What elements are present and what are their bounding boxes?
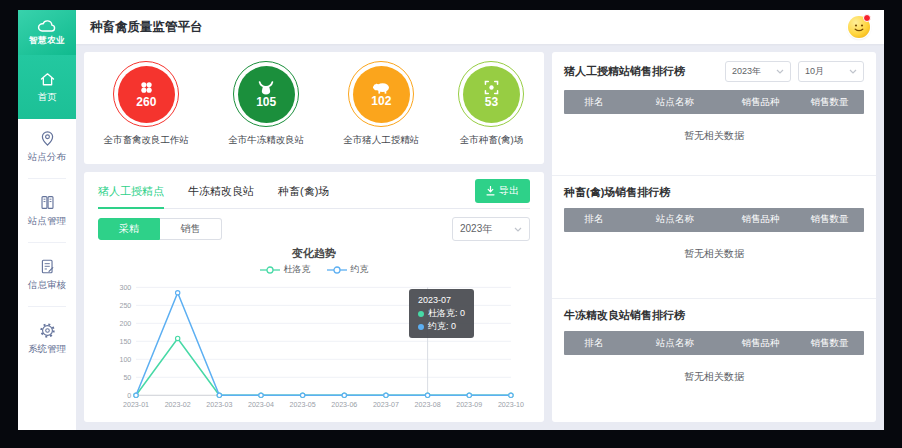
svg-text:2023-03: 2023-03 (206, 401, 232, 409)
svg-text:100: 100 (119, 356, 131, 364)
sidebar-item-home[interactable]: 首页 (18, 55, 76, 119)
table-header: 排名 站点名称 销售品种 销售数量 (564, 331, 864, 355)
svg-text:0: 0 (127, 392, 131, 400)
legend-item[interactable]: 杜洛克 (260, 263, 311, 276)
col-rank: 排名 (564, 96, 624, 109)
panel-breeding-farm-ranking: 种畜(禽)场销售排行榜 排名 站点名称 销售品种 销售数量 暂无相关数据 (552, 175, 876, 299)
export-button[interactable]: 导出 (475, 179, 530, 203)
sidebar-item-site-management[interactable]: 站点管理 (18, 183, 76, 238)
svg-text:50: 50 (123, 374, 131, 382)
app-window: 智慧农业 首页 站点分布 站点管理 (18, 10, 884, 430)
empty-state: 暂无相关数据 (564, 370, 864, 384)
focus-icon (483, 79, 500, 96)
col-site-name: 站点名称 (624, 96, 726, 109)
col-site-name: 站点名称 (624, 213, 726, 226)
document-review-icon (39, 258, 56, 275)
cattle-icon (257, 80, 275, 96)
svg-text:2023-02: 2023-02 (165, 401, 191, 409)
col-quantity: 销售数量 (795, 96, 864, 109)
panel-filters: 2023年 10月 (725, 61, 864, 82)
gear-icon (39, 322, 56, 339)
panel-title: 猪人工授精站销售排行榜 (564, 64, 685, 79)
clover-icon (138, 79, 155, 96)
col-variety: 销售品种 (726, 96, 795, 109)
svg-text:300: 300 (119, 284, 131, 292)
svg-text:150: 150 (119, 338, 131, 346)
home-icon (39, 71, 56, 87)
panel-pig-ai-ranking: 猪人工授精站销售排行榜 2023年 10月 (552, 52, 876, 175)
col-quantity: 销售数量 (795, 213, 864, 226)
col-variety: 销售品种 (726, 337, 795, 350)
trend-line-chart: 0501001502002503002023-012023-022023-032… (98, 276, 530, 418)
col-rank: 排名 (564, 337, 624, 350)
svg-text:2023-08: 2023-08 (415, 401, 441, 409)
chevron-down-icon (776, 69, 784, 74)
panel-title: 种畜(禽)场销售排行榜 (564, 185, 670, 200)
svg-text:200: 200 (119, 320, 131, 328)
stat-label: 全市畜禽改良工作站 (104, 134, 190, 147)
chart-area: 变化趋势 杜洛克约克 0501001502002503002023-012023… (98, 243, 530, 418)
export-label: 导出 (499, 184, 519, 198)
sidebar-divider (28, 306, 66, 307)
left-column: 260 全市畜禽改良工作站 105 全市牛冻精改良站 (84, 52, 544, 422)
smiley-face-icon (848, 16, 870, 38)
sidebar-item-label: 系统管理 (28, 343, 66, 356)
chart-tabbar: 猪人工授精点 牛冻精改良站 种畜(禽)场 导出 (98, 180, 530, 209)
stat-value: 105 (256, 96, 276, 109)
chart-title: 变化趋势 (98, 246, 530, 261)
legend-item[interactable]: 约克 (327, 263, 369, 276)
download-icon (486, 186, 495, 196)
empty-state: 暂无相关数据 (564, 129, 864, 143)
tab-breeding-farm[interactable]: 种畜(禽)场 (278, 184, 329, 199)
panel-cattle-station-ranking: 牛冻精改良站销售排行榜 排名 站点名称 销售品种 销售数量 暂无相关数据 (552, 298, 876, 422)
sidebar-item-label: 站点管理 (28, 215, 66, 228)
ranking-year-value: 2023年 (732, 65, 761, 78)
stat-cattle-stations: 105 全市牛冻精改良站 (228, 61, 304, 147)
sidebar-item-site-distribution[interactable]: 站点分布 (18, 119, 76, 174)
tab-cattle-station[interactable]: 牛冻精改良站 (188, 184, 254, 199)
svg-text:2023-05: 2023-05 (290, 401, 316, 409)
col-rank: 排名 (564, 213, 624, 226)
table-header: 排名 站点名称 销售品种 销售数量 (564, 90, 864, 114)
svg-text:2023-01: 2023-01 (123, 401, 149, 409)
location-pin-icon (39, 130, 56, 147)
svg-text:250: 250 (119, 302, 131, 310)
stat-breeding-farms: 53 全市种畜(禽)场 (458, 61, 524, 147)
stat-value: 260 (136, 96, 156, 109)
year-select[interactable]: 2023年 (452, 217, 530, 241)
stats-card: 260 全市畜禽改良工作站 105 全市牛冻精改良站 (84, 52, 544, 164)
empty-state: 暂无相关数据 (564, 247, 864, 261)
user-avatar[interactable] (848, 16, 870, 38)
col-site-name: 站点名称 (624, 337, 726, 350)
stat-label: 全市猪人工授精站 (343, 134, 419, 147)
page-title: 种畜禽质量监管平台 (90, 19, 203, 36)
stat-value: 53 (485, 96, 498, 109)
sidebar-item-system-management[interactable]: 系统管理 (18, 311, 76, 366)
stat-value: 102 (371, 95, 391, 108)
chart-legend: 杜洛克约克 (98, 263, 530, 276)
year-select-value: 2023年 (460, 222, 492, 236)
svg-text:2023-09: 2023-09 (456, 401, 482, 409)
chevron-down-icon (849, 69, 857, 74)
svg-text:2023-06: 2023-06 (331, 401, 357, 409)
sidebar-divider (28, 178, 66, 179)
sidebar-divider (28, 242, 66, 243)
svg-text:2023-04: 2023-04 (248, 401, 274, 409)
sidebar: 智慧农业 首页 站点分布 站点管理 (18, 10, 76, 430)
stat-improvement-workstations: 260 全市畜禽改良工作站 (104, 61, 190, 147)
stat-label: 全市牛冻精改良站 (228, 134, 304, 147)
chart-card: 猪人工授精点 牛冻精改良站 种畜(禽)场 导出 采精 (84, 172, 544, 422)
col-variety: 销售品种 (726, 213, 795, 226)
toggle-semen-collection[interactable]: 采精 (98, 218, 160, 240)
cloud-icon (37, 19, 57, 33)
tab-pig-ai-station[interactable]: 猪人工授精点 (98, 184, 164, 199)
stat-label: 全市种畜(禽)场 (460, 134, 523, 147)
col-quantity: 销售数量 (795, 337, 864, 350)
sidebar-item-info-review[interactable]: 信息审核 (18, 247, 76, 302)
ranking-year-select[interactable]: 2023年 (725, 61, 791, 82)
sidebar-item-label: 站点分布 (28, 151, 66, 164)
stat-pig-stations: 102 全市猪人工授精站 (343, 61, 419, 147)
chart-controls: 采精 销售 2023年 (98, 217, 530, 241)
toggle-sales[interactable]: 销售 (160, 218, 222, 240)
ranking-month-select[interactable]: 10月 (798, 61, 864, 82)
